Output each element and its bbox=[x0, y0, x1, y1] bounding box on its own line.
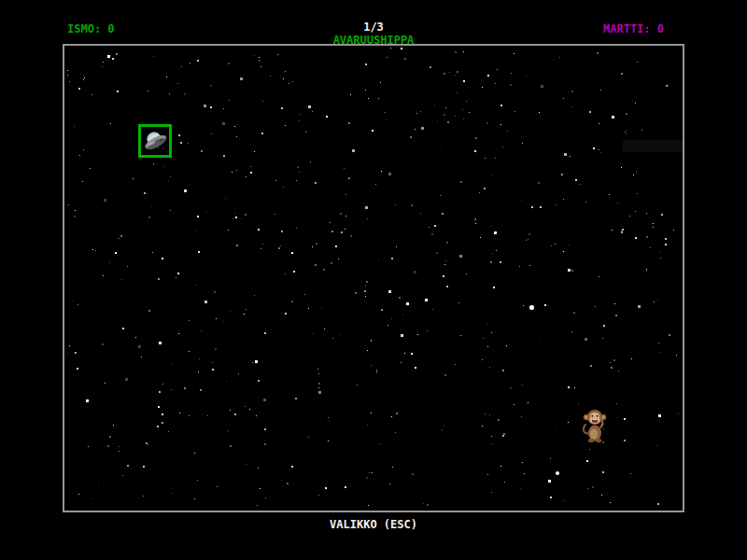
star bbox=[635, 211, 636, 212]
star bbox=[590, 365, 592, 367]
star bbox=[641, 130, 642, 131]
star bbox=[313, 333, 314, 334]
star bbox=[249, 409, 250, 410]
star bbox=[197, 60, 199, 62]
star bbox=[367, 350, 368, 351]
star bbox=[291, 252, 293, 254]
star bbox=[626, 133, 627, 134]
star bbox=[657, 503, 659, 505]
star bbox=[331, 262, 332, 264]
star bbox=[621, 73, 623, 75]
star bbox=[348, 122, 350, 124]
star bbox=[105, 383, 106, 384]
star bbox=[466, 101, 467, 102]
star bbox=[112, 58, 114, 60]
star bbox=[385, 112, 386, 113]
star bbox=[291, 466, 293, 468]
star bbox=[410, 136, 412, 138]
star bbox=[602, 338, 603, 339]
star bbox=[614, 303, 615, 304]
game-screen: ISMO: 0 1/3 AVARUUSHIPPA MARTTI: 0 bbox=[0, 0, 747, 560]
star bbox=[357, 385, 358, 385]
star bbox=[612, 116, 614, 119]
star bbox=[665, 238, 667, 240]
star bbox=[371, 340, 372, 341]
star bbox=[610, 502, 611, 503]
star bbox=[345, 194, 346, 195]
star bbox=[184, 189, 187, 192]
star bbox=[556, 471, 559, 475]
star bbox=[177, 83, 178, 84]
star bbox=[263, 399, 266, 401]
star bbox=[589, 449, 590, 450]
star bbox=[189, 415, 190, 416]
star bbox=[95, 250, 96, 251]
star bbox=[210, 85, 212, 87]
star bbox=[261, 248, 261, 249]
star bbox=[432, 309, 433, 310]
star bbox=[245, 406, 246, 407]
star bbox=[563, 199, 564, 200]
star bbox=[281, 107, 283, 109]
star bbox=[262, 101, 263, 102]
star bbox=[555, 244, 556, 245]
star bbox=[491, 226, 492, 227]
star bbox=[570, 156, 571, 157]
star bbox=[331, 231, 333, 232]
star bbox=[216, 318, 217, 319]
star bbox=[168, 431, 169, 432]
star bbox=[523, 305, 524, 306]
star bbox=[621, 167, 622, 168]
star bbox=[117, 91, 119, 92]
star bbox=[119, 446, 120, 447]
star bbox=[658, 414, 661, 417]
star bbox=[371, 365, 372, 366]
star bbox=[449, 72, 450, 73]
star bbox=[275, 180, 276, 181]
star bbox=[338, 259, 339, 259]
star bbox=[627, 130, 627, 131]
star bbox=[529, 265, 530, 266]
star bbox=[261, 133, 263, 134]
star bbox=[657, 300, 658, 301]
star bbox=[586, 460, 588, 462]
star bbox=[367, 218, 368, 219]
star bbox=[143, 466, 145, 468]
star bbox=[489, 367, 490, 368]
star bbox=[133, 178, 134, 179]
star bbox=[135, 337, 136, 338]
star bbox=[485, 158, 486, 159]
star bbox=[602, 471, 604, 473]
playfield[interactable] bbox=[63, 44, 684, 512]
star bbox=[245, 214, 247, 216]
star bbox=[214, 291, 216, 293]
star bbox=[621, 231, 623, 232]
star bbox=[90, 168, 91, 169]
star bbox=[580, 184, 581, 185]
star bbox=[541, 85, 543, 88]
star bbox=[659, 352, 660, 353]
star bbox=[445, 107, 446, 108]
star bbox=[223, 321, 224, 322]
star bbox=[430, 66, 431, 68]
star bbox=[661, 214, 663, 216]
star bbox=[624, 440, 626, 441]
star bbox=[162, 384, 163, 385]
star bbox=[226, 381, 227, 382]
star bbox=[196, 230, 197, 231]
star bbox=[277, 54, 278, 55]
star bbox=[283, 187, 284, 188]
star bbox=[159, 391, 161, 393]
star bbox=[229, 100, 230, 101]
star bbox=[494, 231, 497, 234]
star bbox=[490, 261, 492, 263]
star bbox=[333, 225, 334, 226]
star bbox=[212, 362, 213, 363]
star bbox=[521, 200, 522, 201]
star bbox=[316, 243, 317, 245]
star bbox=[228, 63, 230, 64]
star bbox=[315, 264, 317, 266]
star bbox=[323, 269, 325, 271]
star bbox=[254, 55, 255, 56]
star bbox=[595, 306, 596, 307]
